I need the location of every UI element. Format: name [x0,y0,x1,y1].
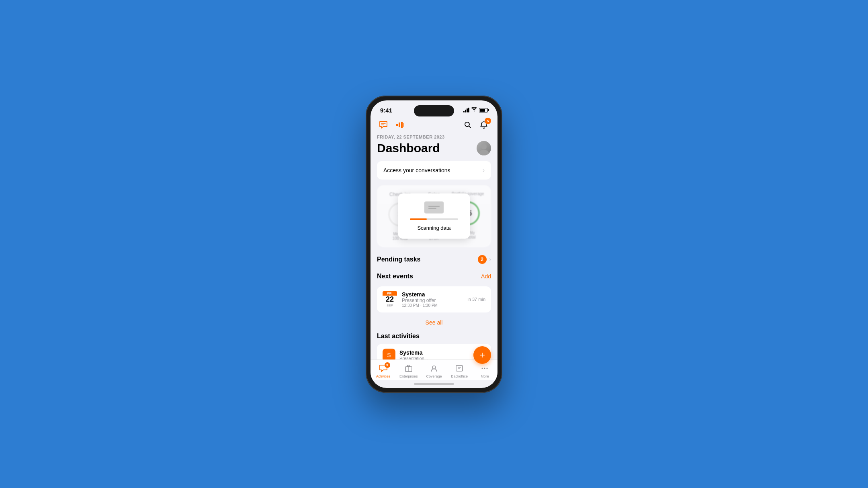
access-conversations-row[interactable]: Access your conversations › [377,161,491,180]
event-countdown: in 37 min [467,297,485,302]
signal-bar-1 [463,111,465,112]
signal-bar-4 [468,108,469,112]
svg-point-22 [487,368,488,369]
event-date-badge: FRI 22 SEP [383,291,397,307]
activity-detail: Presentation... [399,356,428,359]
access-conversations-text: Access your conversations [383,167,450,174]
svg-point-6 [479,150,489,155]
nav-left [378,119,406,131]
battery-fill [480,109,485,112]
main-content[interactable]: FRIDAY, 22 SEPTEMBER 2023 Dashboard Acce… [371,135,497,359]
activity-company: Systema Presentation... [399,349,428,359]
status-icons [463,107,488,113]
last-activities-label: Last activities [377,333,420,340]
conversations-icon[interactable] [378,119,389,131]
activity-company-name: Systema [399,349,428,356]
event-day-num: 22 [386,296,394,304]
pending-tasks-count: 2 [478,255,487,264]
page-title-text: Dashboard [377,141,440,155]
add-event-button[interactable]: Add [481,273,491,280]
scanning-overlay: Scanning data [398,193,470,239]
access-chevron-icon: › [483,167,485,174]
event-info: Systema Presenting offer 12:30 PM - 1:30… [402,291,463,308]
signal-bar-2 [465,110,466,112]
scan-line-2 [428,208,436,209]
dynamic-island [414,105,454,116]
event-company: Systema [402,291,463,298]
page-title-row: Dashboard [377,141,491,155]
signal-bar-3 [467,108,468,112]
nav-right: 5 [462,118,490,131]
nav-more-label: More [481,374,489,378]
svg-rect-14 [407,365,410,367]
pending-tasks-row[interactable]: Pending tasks 2 › [377,253,491,266]
activity-icon: S [383,349,395,359]
home-bar [414,383,454,385]
pending-tasks-chevron-icon: › [489,256,491,263]
nav-activities-label: Activities [376,374,391,378]
scan-progress-fill [410,218,427,220]
scan-icon [424,201,444,213]
scan-text: Scanning data [417,225,450,231]
event-description: Presenting offer [402,298,463,303]
more-icon [479,363,490,374]
nav-activities-icon-wrapper: 5 [378,363,389,374]
dashboard-date: FRIDAY, 22 SEPTEMBER 2023 [377,135,491,139]
battery-icon [479,108,488,112]
svg-rect-3 [403,123,404,127]
see-all-text: See all [426,319,443,326]
nav-item-backoffice[interactable]: Backoffice [447,363,472,378]
svg-point-5 [481,144,487,149]
enterprises-icon [403,363,414,374]
stats-section: Check-ins 3 Monthly 100 total [377,185,491,247]
audio-icon[interactable] [395,119,406,131]
scan-card-lines [428,206,440,209]
backoffice-icon [454,363,465,374]
signal-bars-icon [463,108,469,112]
next-events-label: Next events [377,273,413,280]
nav-coverage-label: Coverage [426,374,442,378]
wifi-icon [471,107,477,113]
see-all-button[interactable]: See all [377,316,491,329]
nav-item-more[interactable]: More [472,363,497,378]
svg-rect-2 [401,122,403,128]
phone-screen: 9:41 [371,100,497,388]
svg-rect-17 [456,365,463,371]
scan-progress-bar [410,218,458,220]
nav-backoffice-label: Backoffice [451,374,468,378]
scan-line-1 [428,206,440,207]
last-activities-header: Last activities [377,333,491,340]
nav-enterprises-label: Enterprises [399,374,418,378]
user-avatar[interactable] [477,141,491,155]
svg-rect-1 [399,123,400,127]
event-card[interactable]: FRI 22 SEP Systema Presenting offer 12:3… [377,286,491,312]
avatar-image [477,141,491,155]
notification-badge: 5 [485,118,491,124]
header-nav: 5 [371,117,497,135]
pending-tasks-right: 2 › [478,255,491,264]
status-time: 9:41 [380,107,392,114]
fab-add-button[interactable]: + [473,346,491,364]
nav-item-coverage[interactable]: Coverage [421,363,446,378]
event-time: 12:30 PM - 1:30 PM [402,303,463,308]
next-events-row: Next events Add [377,270,491,282]
svg-point-20 [482,368,483,369]
home-indicator [371,380,497,388]
search-icon[interactable] [462,119,473,131]
nav-item-activities[interactable]: 5 Activities [371,363,396,378]
svg-rect-0 [396,124,398,126]
event-month: SEP [387,304,393,307]
svg-point-21 [484,368,485,369]
nav-activities-badge: 5 [385,362,390,368]
svg-point-4 [465,122,469,127]
pending-tasks-label: Pending tasks [377,256,420,263]
notification-button[interactable]: 5 [477,118,490,131]
nav-item-enterprises[interactable]: Enterprises [396,363,421,378]
coverage-icon [429,363,439,374]
phone-device: 9:41 [366,96,502,393]
